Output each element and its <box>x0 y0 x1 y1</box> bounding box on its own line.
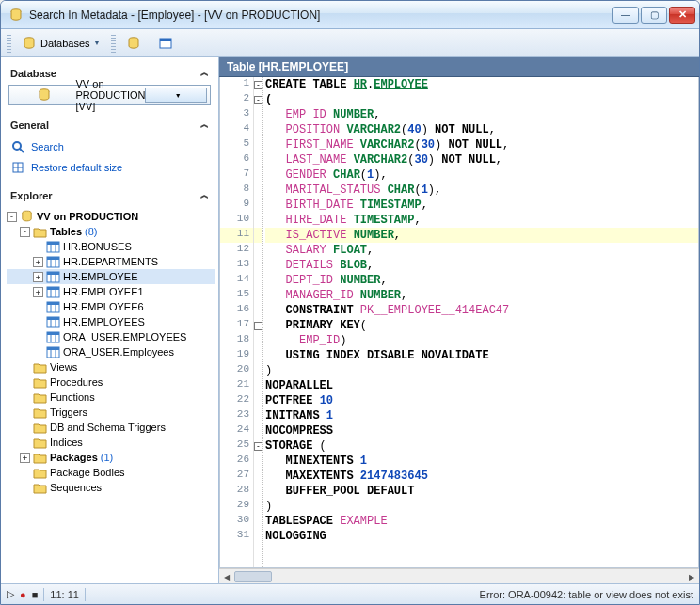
tree-table-item[interactable]: HR.EMPLOYEE6 <box>7 299 215 314</box>
tree-table-item[interactable]: +HR.EMPLOYEE <box>7 269 215 284</box>
svg-rect-19 <box>47 272 59 275</box>
left-pane: Database ︽ VV on PRODUCTION [VV] ▼ Gener… <box>1 57 219 583</box>
toolbar: Databases ▼ <box>1 29 699 57</box>
svg-rect-11 <box>47 242 59 245</box>
tree-icon <box>20 210 34 223</box>
stop-button[interactable]: ■ <box>32 589 39 600</box>
code-header: Table [HR.EMPLOYEE] <box>219 57 699 77</box>
code-editor[interactable]: 1234567891011121314151617181920212223242… <box>219 77 699 568</box>
chevron-down-icon: ▼ <box>94 40 101 46</box>
tree-icon <box>46 270 60 283</box>
tree-root[interactable]: -VV on PRODUCTION <box>7 209 215 224</box>
tree-icon <box>46 285 60 298</box>
window-button[interactable] <box>151 33 180 54</box>
tree-icon <box>33 451 47 464</box>
chevron-up-icon: ︽ <box>200 119 209 131</box>
tree-folder[interactable]: Indices <box>7 435 215 450</box>
tree-icon <box>46 300 60 313</box>
tree-packages[interactable]: +Packages (1) <box>7 450 215 465</box>
fold-icon[interactable]: - <box>7 212 17 222</box>
tree-icon <box>46 240 60 253</box>
chevron-up-icon: ︽ <box>200 189 209 201</box>
fold-toggle[interactable]: - <box>254 322 262 330</box>
tree-icon <box>33 481 47 494</box>
fold-icon[interactable]: + <box>33 272 43 282</box>
explorer-tree[interactable]: -VV on PRODUCTION-Tables (8)HR.BONUSES+H… <box>5 207 215 583</box>
tree-folder[interactable]: Views <box>7 359 215 374</box>
record-button[interactable]: ● <box>20 589 26 600</box>
tree-folder[interactable]: Functions <box>7 390 215 405</box>
toolbar-grip-icon <box>111 34 116 53</box>
code-body[interactable]: CREATE TABLE HR.EMPLOYEE( EMP_ID NUMBER,… <box>263 77 698 567</box>
tree-table-item[interactable]: ORA_USER.Employees <box>7 344 215 359</box>
fold-gutter[interactable]: ---- <box>254 77 263 567</box>
tree-icon <box>33 406 47 419</box>
close-button[interactable]: ✕ <box>669 7 695 24</box>
horizontal-scrollbar[interactable]: ◀ ▶ <box>219 568 699 583</box>
general-section-header[interactable]: General ︽ <box>5 115 215 136</box>
chevron-down-icon[interactable]: ▼ <box>145 88 207 103</box>
scroll-right-icon[interactable]: ▶ <box>684 569 699 583</box>
svg-rect-39 <box>47 347 59 350</box>
tree-folder[interactable]: Procedures <box>7 374 215 390</box>
svg-line-7 <box>20 149 24 152</box>
svg-point-6 <box>13 142 21 150</box>
database-refresh-icon <box>126 36 141 51</box>
maximize-button[interactable]: ▢ <box>641 7 667 24</box>
play-button[interactable]: ▷ <box>7 588 14 600</box>
toolbar-grip-icon <box>7 34 11 53</box>
tree-icon <box>33 466 47 479</box>
fold-toggle[interactable]: - <box>254 81 262 89</box>
fold-toggle[interactable]: - <box>254 442 262 451</box>
databases-dropdown[interactable]: Databases ▼ <box>15 33 107 54</box>
minimize-button[interactable]: — <box>612 7 639 24</box>
database-icon <box>22 36 37 51</box>
app-window: Search In Metadata - [Employee] - [VV on… <box>0 0 700 605</box>
fold-toggle[interactable]: - <box>254 96 262 104</box>
search-icon <box>10 139 25 154</box>
tree-folder[interactable]: Sequences <box>7 480 215 495</box>
fold-icon[interactable]: - <box>20 227 30 237</box>
tree-folder[interactable]: Package Bodies <box>7 465 215 480</box>
refresh-button[interactable] <box>119 33 148 54</box>
main-split: Database ︽ VV on PRODUCTION [VV] ▼ Gener… <box>1 57 699 583</box>
tree-folder[interactable]: Triggers <box>7 405 215 420</box>
titlebar: Search In Metadata - [Employee] - [VV on… <box>1 1 699 29</box>
explorer-section-header[interactable]: Explorer ︽ <box>5 185 215 207</box>
restore-size-link[interactable]: Restore default size <box>5 157 215 178</box>
selected-db-label: VV on PRODUCTION [VV] <box>72 78 146 112</box>
fold-icon[interactable]: + <box>33 257 43 267</box>
cursor-position: 11: 11 <box>50 589 79 600</box>
tree-table-item[interactable]: HR.EMPLOYEES <box>7 314 215 329</box>
tree-icon <box>46 345 60 358</box>
tree-table-item[interactable]: +HR.DEPARTMENTS <box>7 254 215 269</box>
fold-icon[interactable]: + <box>33 287 43 297</box>
tree-icon <box>33 436 47 449</box>
restore-icon <box>10 160 25 175</box>
window-icon <box>158 36 173 51</box>
right-pane: Table [HR.EMPLOYEE] 12345678910111213141… <box>219 57 699 583</box>
tree-icon <box>33 225 47 238</box>
chevron-up-icon: ︽ <box>200 67 209 79</box>
tree-folder[interactable]: DB and Schema Triggers <box>7 420 215 435</box>
window-title: Search In Metadata - [Employee] - [VV on… <box>29 8 612 22</box>
tree-icon <box>46 315 60 328</box>
database-selector[interactable]: VV on PRODUCTION [VV] ▼ <box>8 85 211 105</box>
line-number-gutter: 1234567891011121314151617181920212223242… <box>220 77 254 567</box>
scroll-thumb[interactable] <box>234 571 272 582</box>
tree-icon <box>46 330 60 343</box>
tree-table-item[interactable]: HR.BONUSES <box>7 239 215 254</box>
error-message: Error: ORA-00942: table or view does not… <box>480 589 693 600</box>
tree-tables[interactable]: -Tables (8) <box>7 224 215 239</box>
scroll-left-icon[interactable]: ◀ <box>219 569 234 583</box>
database-icon <box>12 88 72 103</box>
tree-icon <box>33 360 47 374</box>
tree-table-item[interactable]: ORA_USER.EMPLOYEES <box>7 329 215 344</box>
search-link[interactable]: Search <box>5 136 215 157</box>
fold-icon[interactable]: + <box>20 453 30 463</box>
app-icon <box>8 8 24 23</box>
svg-rect-31 <box>47 317 59 320</box>
status-bar: ▷ ● ■ 11: 11 Error: ORA-00942: table or … <box>1 583 699 604</box>
tree-table-item[interactable]: +HR.EMPLOYEE1 <box>7 284 215 299</box>
databases-label: Databases <box>40 38 90 49</box>
